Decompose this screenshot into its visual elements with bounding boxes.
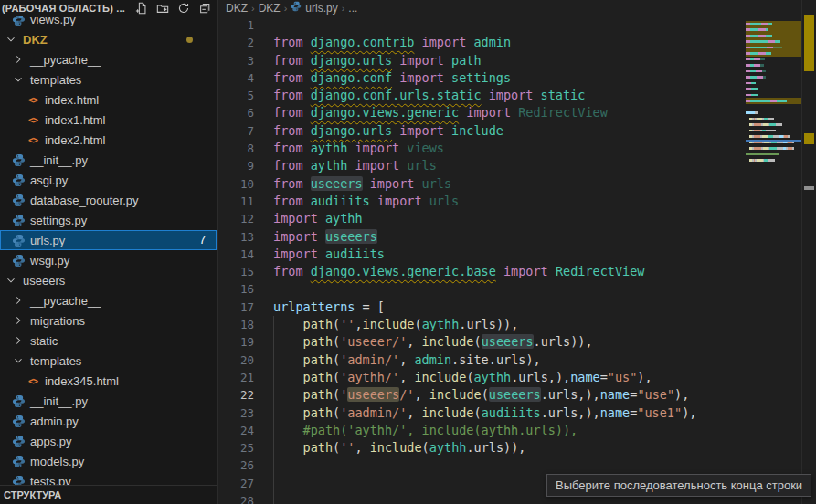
file-row[interactable]: admin.py [0, 411, 217, 431]
code-line[interactable]: 3from django.urls import path [218, 52, 746, 69]
file-row[interactable]: models.py [0, 451, 217, 471]
code-line[interactable]: 17urlpatterns = [ [218, 299, 746, 316]
folder-row[interactable]: __pycache__ [0, 49, 217, 69]
file-row[interactable]: <>index2.html [0, 130, 217, 150]
code-line[interactable]: 11from audiiits import urls [218, 193, 746, 210]
file-row[interactable]: <>index.html [0, 89, 217, 110]
code-line[interactable]: 14import audiiits [218, 246, 746, 263]
breadcrumb-item[interactable]: urls.py [291, 1, 337, 15]
line-content: path('',include(aythh.urls)), [254, 316, 518, 333]
code-line[interactable]: 5from django.conf.urls.static import sta… [218, 87, 746, 104]
code-line[interactable]: 6from django.views.generic import Redire… [218, 104, 746, 121]
code-line[interactable]: 12import aythh [218, 210, 746, 227]
refresh-icon[interactable] [177, 2, 190, 15]
file-row[interactable]: <>index345.html [0, 371, 217, 391]
code-line[interactable]: 16 [218, 280, 746, 298]
collapse-all-icon[interactable] [198, 2, 211, 15]
outline-section-header[interactable]: СТРУКТУРА [0, 485, 217, 504]
code-line[interactable]: 13import useeers [218, 228, 746, 246]
file-row[interactable]: apps.py [0, 431, 217, 451]
folder-row[interactable]: useeers [0, 270, 217, 290]
line-content: urlpatterns = [ [254, 299, 385, 316]
file-row[interactable]: wsgi.py [0, 250, 217, 270]
line-content: from django.urls import include [254, 122, 503, 140]
file-name: __init__.py [30, 153, 88, 167]
html-icon: <> [26, 115, 40, 125]
python-icon [291, 1, 302, 15]
ruler-warning-mark [804, 15, 814, 71]
folder-row[interactable]: templates [0, 69, 217, 89]
file-name: index.html [45, 93, 99, 107]
new-file-icon[interactable] [135, 2, 148, 15]
code-line[interactable]: 26 [218, 457, 746, 474]
code-line[interactable]: 8from aythh import views [218, 140, 746, 157]
line-content: path('useeer/', include(useeers.urls)), [254, 333, 593, 351]
file-row[interactable]: __init__.py [0, 150, 217, 170]
minimap[interactable] [746, 15, 802, 181]
line-number: 12 [218, 210, 254, 227]
code-line[interactable]: 18 path('',include(aythh.urls)), [218, 316, 746, 333]
breadcrumb-item[interactable]: ... [348, 2, 357, 15]
python-icon [11, 455, 26, 468]
chevron-right-icon [11, 334, 26, 347]
line-number: 28 [218, 492, 254, 504]
code-line[interactable]: 19 path('useeer/', include(useeers.urls)… [218, 333, 746, 351]
folder-row[interactable]: migrations [0, 310, 217, 331]
code-line[interactable]: 21 path('aythh/', include(aythh.urls,),n… [218, 369, 746, 386]
code-line[interactable]: 10from useeers import urls [218, 175, 746, 193]
explorer-sidebar: views.pyDKZ__pycache__templates<>index.h… [0, 0, 218, 504]
line-number: 21 [218, 369, 254, 386]
code-line[interactable]: 4from django.conf import settings [218, 69, 746, 87]
explorer-section-header: (РАБОЧАЯ ОБЛАСТЬ) ... [0, 0, 217, 16]
editor-pane: DKZ›DKZ›urls.py›... 12from django.contri… [218, 0, 816, 504]
file-name: index345.html [45, 374, 119, 388]
folder-row[interactable]: __pycache__ [0, 290, 217, 310]
line-number: 18 [218, 316, 254, 333]
file-row[interactable]: settings.py [0, 210, 217, 230]
file-name: index1.html [45, 113, 105, 127]
file-name: __init__.py [30, 394, 88, 408]
file-row[interactable]: urls.py7 [0, 230, 217, 250]
file-name: apps.py [30, 435, 72, 448]
code-line[interactable]: 24 #path('aythh/', include(aythh.urls)), [218, 422, 746, 439]
outline-section-label: СТРУКТУРА [4, 489, 61, 500]
code-line[interactable]: 15from django.views.generic.base import … [218, 263, 746, 280]
line-content: from audiiits import urls [254, 193, 459, 210]
file-row[interactable]: __init__.py [0, 391, 217, 411]
folder-row[interactable]: DKZ [0, 29, 217, 49]
line-number: 3 [218, 52, 254, 69]
file-name: templates [30, 354, 81, 368]
ruler-warning-mark [804, 186, 814, 190]
breadcrumb: DKZ›DKZ›urls.py›... [218, 0, 816, 16]
line-content: from django.urls import path [254, 52, 482, 69]
code-line[interactable]: 1 [218, 16, 746, 34]
workspace-title: (РАБОЧАЯ ОБЛАСТЬ) ... [2, 3, 135, 14]
line-content: import useeers [254, 228, 377, 246]
folder-row[interactable]: templates [0, 351, 217, 371]
file-row[interactable]: database_roouter.py [0, 190, 217, 210]
new-folder-icon[interactable] [156, 2, 169, 15]
folder-row[interactable]: static [0, 331, 217, 351]
file-name: admin.py [30, 415, 79, 428]
line-number: 11 [218, 193, 254, 210]
line-number: 19 [218, 333, 254, 351]
file-row[interactable]: <>index1.html [0, 110, 217, 130]
file-row[interactable]: asgi.py [0, 170, 217, 190]
breadcrumb-label: urls.py [305, 2, 337, 15]
file-name: index2.html [45, 133, 105, 147]
chevron-down-icon [4, 33, 18, 46]
code-line[interactable]: 23 path('aadmin/', include(audiiits.urls… [218, 404, 746, 422]
line-content: from aythh import views [254, 140, 444, 157]
code-line[interactable]: 25 path('', include(aythh.urls)), [218, 439, 746, 457]
file-name: wsgi.py [30, 254, 69, 268]
breadcrumb-item[interactable]: DKZ [259, 2, 281, 15]
code-line[interactable]: 9from aythh import urls [218, 157, 746, 174]
breadcrumb-item[interactable]: DKZ [226, 2, 248, 15]
code-area[interactable]: 12from django.contrib import admin3from … [218, 16, 746, 504]
chevron-right-icon: › [284, 3, 288, 14]
code-line[interactable]: 22 path('useeers/', include(useeers.urls… [218, 386, 746, 404]
code-line[interactable]: 2from django.contrib import admin [218, 34, 746, 51]
code-line[interactable]: 20 path('admin/', admin.site.urls), [218, 352, 746, 369]
file-name: urls.py [30, 234, 65, 247]
code-line[interactable]: 7from django.urls import include [218, 122, 746, 140]
